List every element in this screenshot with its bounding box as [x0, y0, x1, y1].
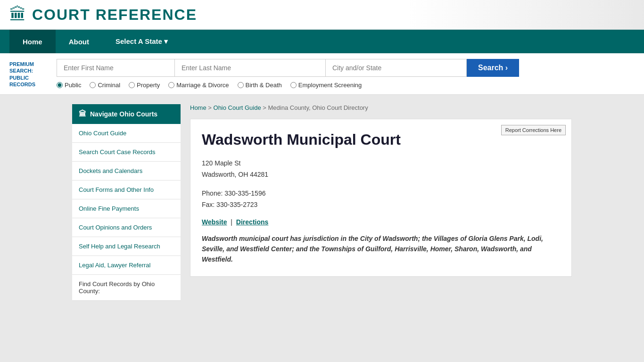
search-radio-group: Public Criminal Property Marriage & Divo… — [57, 81, 635, 89]
city-state-input[interactable] — [325, 59, 467, 77]
sidebar-online-fine-payments[interactable]: Online Fine Payments — [72, 199, 181, 218]
breadcrumb-current: Medina County, Ohio Court Directory — [268, 104, 368, 111]
radio-employment[interactable]: Employment Screening — [290, 82, 362, 89]
court-address-line2: Wadsworth, OH 44281 — [202, 171, 268, 178]
sidebar-legal-aid[interactable]: Legal Aid, Lawyer Referral — [72, 256, 181, 275]
first-name-input[interactable] — [57, 59, 174, 77]
sidebar-court-opinions[interactable]: Court Opinions and Orders — [72, 218, 181, 237]
radio-birth-death[interactable]: Birth & Death — [238, 82, 282, 89]
last-name-input[interactable] — [174, 59, 325, 77]
nav-home[interactable]: Home — [9, 30, 56, 53]
radio-property[interactable]: Property — [129, 82, 160, 89]
main-nav: Home About Select A State ▾ — [0, 30, 644, 53]
breadcrumb-home[interactable]: Home — [190, 104, 206, 111]
sidebar: 🏛 Navigate Ohio Courts Ohio Court Guide … — [72, 104, 181, 301]
site-header: 🏛 COURT REFERENCE — [0, 0, 644, 30]
search-bar: PREMIUM SEARCH: PUBLIC RECORDS Search › … — [0, 53, 644, 95]
main-content: 🏛 Navigate Ohio Courts Ohio Court Guide … — [63, 104, 581, 301]
radio-public[interactable]: Public — [57, 82, 81, 89]
content-wrapper: Home > Ohio Court Guide > Medina County,… — [190, 104, 572, 301]
site-title: COURT REFERENCE — [32, 6, 197, 24]
court-address: 120 Maple St Wadsworth, OH 44281 — [202, 158, 560, 181]
court-fax-number: Fax: 330-335-2723 — [202, 201, 257, 208]
breadcrumb: Home > Ohio Court Guide > Medina County,… — [190, 104, 572, 111]
sidebar-court-forms[interactable]: Court Forms and Other Info — [72, 181, 181, 199]
sidebar-court-icon: 🏛 — [79, 110, 86, 118]
sidebar-header-label: Navigate Ohio Courts — [90, 110, 157, 118]
court-address-line1: 120 Maple St — [202, 159, 241, 167]
premium-label: PREMIUM SEARCH: PUBLIC RECORDS — [9, 61, 52, 88]
court-jurisdiction: Wadsworth municipal court has jurisdicti… — [202, 233, 560, 265]
link-separator: | — [231, 218, 232, 226]
court-links: Website | Directions — [202, 218, 560, 226]
court-content: Report Corrections Here Wadsworth Munici… — [190, 119, 572, 277]
court-icon: 🏛 — [9, 5, 26, 25]
sidebar-find-records: Find Court Records by Ohio County: — [72, 275, 181, 301]
radio-criminal[interactable]: Criminal — [90, 82, 120, 89]
court-website-link[interactable]: Website — [202, 218, 227, 226]
search-button[interactable]: Search › — [467, 59, 519, 77]
court-phone: Phone: 330-335-1596 Fax: 330-335-2723 — [202, 188, 560, 211]
nav-about[interactable]: About — [56, 30, 102, 53]
nav-select-state[interactable]: Select A State ▾ — [102, 30, 181, 53]
search-inputs-row: Search › — [57, 59, 635, 77]
logo-area: 🏛 COURT REFERENCE — [9, 5, 197, 25]
court-directions-link[interactable]: Directions — [236, 218, 268, 226]
breadcrumb-ohio[interactable]: Ohio Court Guide — [214, 104, 261, 111]
sidebar-ohio-court-guide[interactable]: Ohio Court Guide — [72, 124, 181, 143]
sidebar-self-help[interactable]: Self Help and Legal Research — [72, 237, 181, 256]
search-inputs-container: Search › Public Criminal Property Marria… — [57, 59, 635, 89]
sidebar-dockets-calendars[interactable]: Dockets and Calendars — [72, 162, 181, 181]
court-phone-number: Phone: 330-335-1596 — [202, 189, 265, 197]
sidebar-search-case-records[interactable]: Search Court Case Records — [72, 143, 181, 162]
sidebar-header: 🏛 Navigate Ohio Courts — [72, 104, 181, 124]
radio-marriage-divorce[interactable]: Marriage & Divorce — [168, 82, 229, 89]
report-corrections-button[interactable]: Report Corrections Here — [501, 125, 566, 135]
